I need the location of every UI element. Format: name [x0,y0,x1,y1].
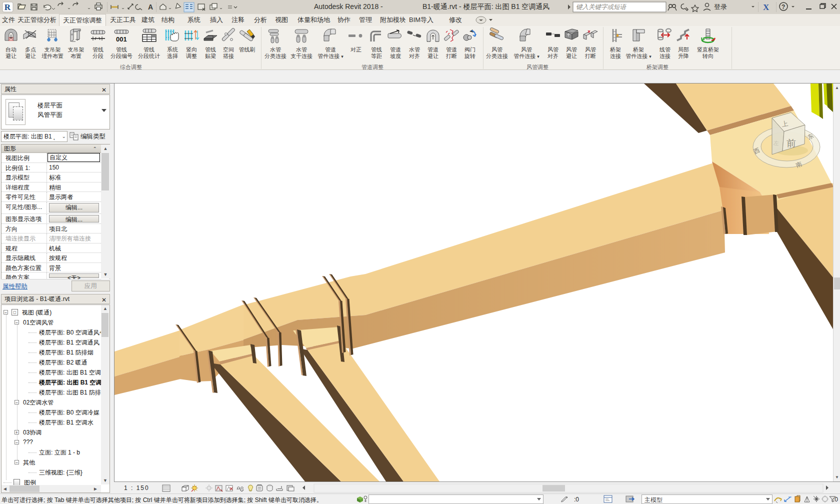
svg-text:001: 001 [116,36,127,43]
svg-text:B1-暖通.rvt - 楼层平面: 出图 B1 空调通风: B1-暖通.rvt - 楼层平面: 出图 B1 空调通风 [422,2,550,10]
svg-text:前: 前 [786,138,796,148]
svg-text:A: A [148,3,153,11]
svg-text:键入关键字或短语: 键入关键字或短语 [576,4,627,10]
svg-text:上: 上 [781,120,788,128]
svg-text:?: ? [782,4,785,10]
svg-text:Autodesk Revit 2018 -: Autodesk Revit 2018 - [314,2,383,10]
svg-text:1 : 150: 1 : 150 [124,484,150,492]
svg-text:X: X [763,2,770,12]
svg-text:左: 左 [773,140,780,146]
svg-text:登录: 登录 [714,3,727,10]
svg-text:R: R [4,2,11,12]
